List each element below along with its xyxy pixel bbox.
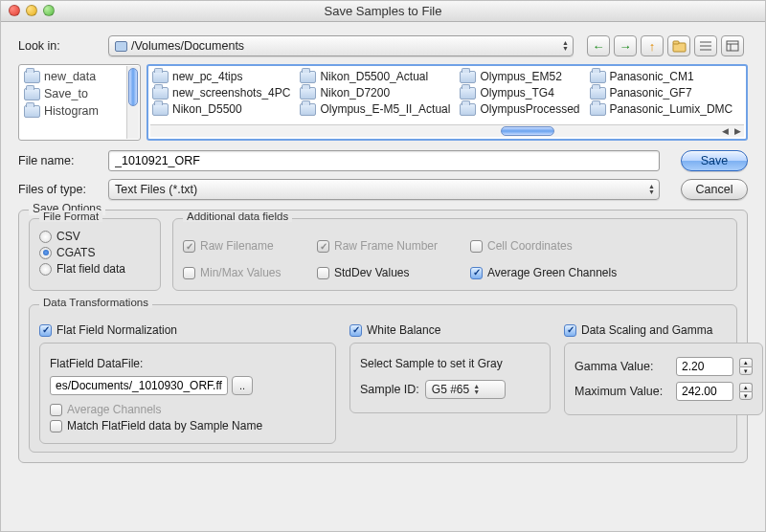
file-item[interactable]: Panasonic_CM1 — [590, 70, 733, 83]
shortcut-scrollbar[interactable] — [126, 66, 139, 139]
step-down-icon: ▾ — [739, 391, 753, 400]
browse-button[interactable]: .. — [232, 376, 253, 395]
folder-icon — [300, 71, 316, 83]
up-button[interactable]: ↑ — [641, 35, 664, 56]
filename-label: File name: — [18, 154, 101, 167]
radio-csv[interactable]: CSV — [39, 230, 150, 243]
ffd-file-input[interactable] — [50, 376, 228, 395]
minimize-icon[interactable] — [26, 5, 37, 16]
data-transformations-group: Data Transformations Flat Field Normaliz… — [29, 304, 737, 453]
file-item[interactable]: OlympusProcessed — [460, 102, 579, 116]
sample-id-label: Sample ID: — [360, 383, 419, 396]
filename-input[interactable] — [108, 150, 660, 171]
max-value-input[interactable] — [676, 382, 733, 401]
check-flat-field-normalization[interactable]: Flat Field Normalization — [39, 323, 336, 337]
folder-icon — [460, 87, 476, 100]
wb-hint: Select Sample to set it Gray — [360, 357, 540, 370]
ffn-subgroup: FlatField DataFile: .. Average Channels … — [39, 343, 336, 444]
check-stddev-values[interactable]: StdDev Values — [317, 266, 470, 279]
detail-view-button[interactable] — [721, 35, 744, 56]
chevron-updown-icon: ▲▼ — [562, 40, 569, 52]
check-average-green-channels[interactable]: Average Green Channels — [470, 266, 727, 279]
file-hscrollbar[interactable]: ◀ ▶ — [150, 124, 744, 137]
file-item[interactable]: new_pc_4tips — [152, 70, 290, 83]
svg-rect-1 — [673, 41, 679, 44]
radio-cgats[interactable]: CGATS — [39, 246, 150, 259]
folder-icon — [460, 71, 476, 83]
lookin-value: /Volumes/Documents — [131, 39, 558, 53]
file-item[interactable]: Nikon_D5500 — [152, 102, 290, 116]
chevron-updown-icon: ▲▼ — [648, 184, 655, 195]
lookin-select[interactable]: /Volumes/Documents ▲▼ — [108, 35, 574, 56]
file-item[interactable]: Panasonic_Lumix_DMC — [590, 102, 733, 116]
list-view-button[interactable] — [694, 35, 717, 56]
file-item[interactable]: new_screenshots_4PC — [152, 86, 290, 100]
file-item[interactable]: Olympus_TG4 — [460, 86, 579, 100]
file-list-pane[interactable]: new_pc_4tips new_screenshots_4PC Nikon_D… — [146, 64, 748, 141]
folder-icon — [590, 103, 606, 116]
list-icon — [699, 40, 712, 52]
file-item[interactable]: Nikon_D5500_Actual — [300, 70, 450, 83]
save-options-group: Save Options File Format CSV CGATS Flat … — [18, 210, 748, 463]
forward-button[interactable]: → — [614, 35, 637, 56]
radio-flat-field-data[interactable]: Flat field data — [39, 262, 150, 276]
check-raw-frame-number: Raw Frame Number — [317, 239, 470, 253]
additional-data-fields-group: Additional data fields Raw Filename Raw … — [172, 218, 737, 291]
shortcut-pane[interactable]: new_data Save_to Histogram — [18, 64, 141, 141]
folder-icon — [460, 103, 476, 116]
zoom-icon[interactable] — [43, 5, 55, 16]
file-item[interactable]: Panasonic_GF7 — [590, 86, 733, 100]
filetype-select[interactable]: Text Files (*.txt) ▲▼ — [108, 179, 660, 200]
file-format-group: File Format CSV CGATS Flat field data — [29, 218, 161, 291]
sample-id-select[interactable]: G5 #65 ▲▼ — [425, 380, 506, 399]
check-average-channels: Average Channels — [50, 403, 326, 416]
check-raw-filename: Raw Filename — [183, 239, 317, 253]
gamma-input[interactable] — [676, 357, 733, 376]
dt-title: Data Transformations — [39, 297, 152, 308]
folder-icon — [152, 103, 169, 116]
cancel-button[interactable]: Cancel — [681, 179, 748, 200]
adf-title: Additional data fields — [183, 211, 292, 222]
step-up-icon: ▴ — [739, 383, 753, 391]
folder-icon — [24, 71, 40, 83]
file-item[interactable]: Olympus_E-M5_II_Actual — [300, 102, 450, 116]
arrow-up-icon: ↑ — [649, 39, 656, 54]
file-item[interactable]: Olympus_EM52 — [460, 70, 579, 83]
step-down-icon: ▾ — [739, 366, 753, 375]
scroll-thumb[interactable] — [128, 68, 138, 106]
folder-icon — [24, 105, 40, 118]
shortcut-item[interactable]: Save_to — [21, 85, 138, 102]
folder-icon — [152, 71, 169, 83]
save-button[interactable]: Save — [681, 150, 748, 171]
lookin-label: Look in: — [18, 39, 101, 53]
shortcut-item[interactable]: new_data — [21, 68, 138, 85]
folder-icon — [590, 71, 606, 83]
folder-icon — [24, 88, 40, 100]
check-white-balance[interactable]: White Balance — [349, 323, 551, 337]
scroll-right-icon[interactable]: ▶ — [732, 125, 743, 137]
scroll-thumb[interactable] — [501, 126, 554, 136]
file-item[interactable]: Nikon_D7200 — [300, 86, 450, 100]
scroll-left-icon[interactable]: ◀ — [719, 125, 731, 137]
new-folder-button[interactable] — [667, 35, 690, 56]
check-match-flatfield-by-sample[interactable]: Match FlatField data by Sample Name — [50, 419, 326, 432]
arrow-left-icon: ← — [593, 39, 605, 54]
file-format-title: File Format — [39, 211, 102, 222]
window-controls — [9, 5, 55, 16]
wb-subgroup: Select Sample to set it Gray Sample ID: … — [349, 343, 551, 413]
check-minmax-values: Min/Max Values — [183, 266, 317, 279]
check-data-scaling-gamma[interactable]: Data Scaling and Gamma — [564, 323, 763, 337]
gamma-stepper[interactable]: ▴▾ — [739, 358, 753, 375]
max-value-stepper[interactable]: ▴▾ — [739, 383, 753, 400]
check-cell-coordinates: Cell Coordinates — [470, 239, 727, 253]
dsg-subgroup: Gamma Value: ▴▾ Maximum Value: ▴▾ — [564, 343, 763, 415]
folder-icon — [300, 103, 316, 116]
svg-rect-5 — [727, 41, 738, 51]
volume-icon — [115, 41, 127, 52]
shortcut-item[interactable]: Histogram — [21, 102, 138, 120]
max-value-label: Maximum Value: — [574, 385, 670, 398]
step-up-icon: ▴ — [739, 358, 753, 366]
dialog-window: Save Samples to File Look in: /Volumes/D… — [0, 0, 766, 532]
close-icon[interactable] — [9, 5, 20, 16]
back-button[interactable]: ← — [587, 35, 610, 56]
